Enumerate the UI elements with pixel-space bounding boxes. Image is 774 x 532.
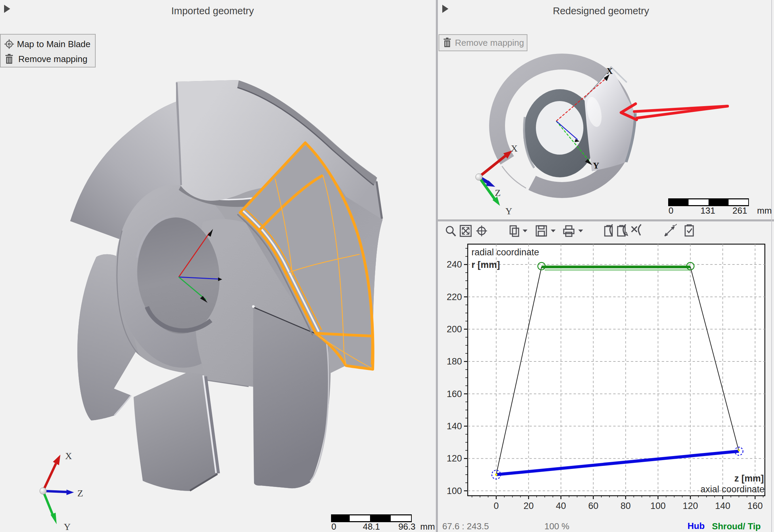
svg-text:160: 160 bbox=[447, 389, 462, 399]
svg-text:160: 160 bbox=[748, 501, 763, 511]
svg-text:67.6 : 243.5: 67.6 : 243.5 bbox=[442, 521, 489, 531]
svg-text:axial coordinate: axial coordinate bbox=[700, 484, 765, 494]
svg-text:140: 140 bbox=[447, 421, 462, 431]
svg-text:X: X bbox=[511, 143, 518, 154]
svg-text:mm: mm bbox=[420, 521, 435, 532]
svg-text:100: 100 bbox=[650, 501, 665, 511]
svg-text:Z: Z bbox=[77, 488, 83, 498]
svg-text:48.1: 48.1 bbox=[363, 521, 380, 532]
svg-text:r [mm]: r [mm] bbox=[471, 260, 500, 270]
svg-text:Y: Y bbox=[505, 206, 512, 216]
svg-text:120: 120 bbox=[683, 501, 698, 511]
svg-text:Z: Z bbox=[495, 188, 501, 198]
svg-text:0: 0 bbox=[669, 205, 673, 216]
svg-text:100 %: 100 % bbox=[544, 521, 569, 531]
svg-text:Shroud/ Tip: Shroud/ Tip bbox=[712, 521, 761, 531]
svg-text:radial coordinate: radial coordinate bbox=[471, 247, 539, 257]
svg-text:X: X bbox=[606, 66, 613, 76]
svg-text:120: 120 bbox=[447, 453, 462, 464]
svg-text:60: 60 bbox=[588, 501, 598, 511]
svg-text:z [mm]: z [mm] bbox=[734, 473, 764, 484]
svg-text:96.3: 96.3 bbox=[398, 521, 415, 532]
svg-text:0: 0 bbox=[331, 521, 336, 532]
svg-text:Y: Y bbox=[64, 521, 71, 532]
svg-text:0: 0 bbox=[494, 501, 499, 511]
svg-text:261: 261 bbox=[733, 205, 747, 216]
svg-text:100: 100 bbox=[447, 486, 462, 496]
svg-text:200: 200 bbox=[447, 324, 462, 334]
svg-text:40: 40 bbox=[556, 501, 566, 511]
svg-text:20: 20 bbox=[523, 501, 534, 511]
svg-text:mm: mm bbox=[757, 205, 772, 216]
svg-text:220: 220 bbox=[447, 292, 462, 302]
svg-text:240: 240 bbox=[447, 259, 462, 270]
svg-text:131: 131 bbox=[700, 205, 715, 216]
svg-text:Y: Y bbox=[593, 161, 599, 171]
svg-text:140: 140 bbox=[715, 501, 730, 511]
svg-text:80: 80 bbox=[621, 501, 631, 511]
svg-text:X: X bbox=[65, 451, 72, 461]
svg-text:Hub: Hub bbox=[688, 521, 705, 531]
svg-text:180: 180 bbox=[447, 356, 462, 367]
